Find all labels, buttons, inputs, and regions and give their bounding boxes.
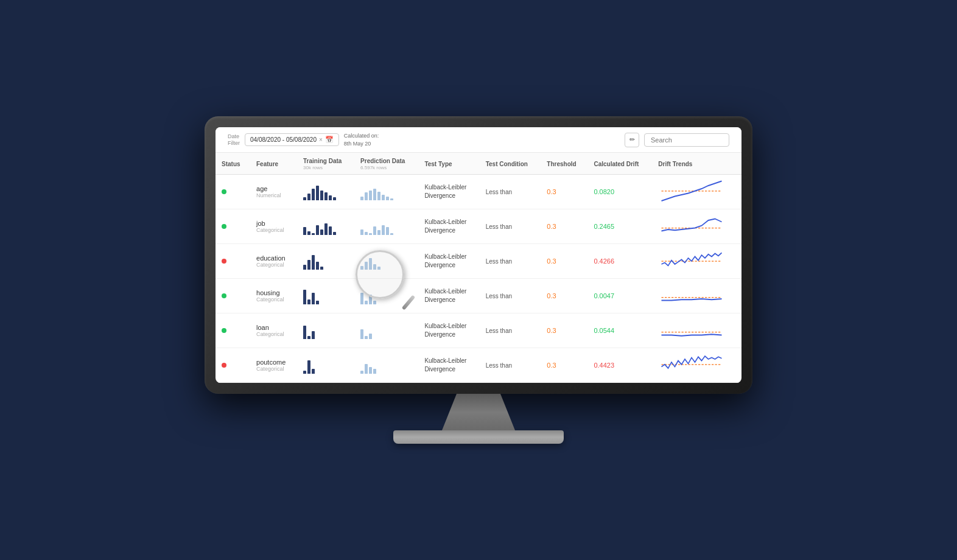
- trend-line: [662, 299, 722, 301]
- bar: [390, 233, 393, 235]
- prediction-data-chart: [354, 348, 418, 383]
- trend-line: [662, 219, 722, 231]
- bar: [312, 331, 315, 339]
- drift-trend-cell: [652, 175, 741, 209]
- date-range-text: 04/08/2020 - 05/08/2020: [250, 136, 317, 143]
- threshold-value: 0.3: [547, 327, 556, 334]
- bar: [373, 226, 376, 235]
- feature-name: education: [256, 254, 291, 262]
- drift-value: 0.4423: [594, 362, 614, 369]
- status-cell: [216, 244, 250, 279]
- sparkline: [658, 318, 725, 343]
- test-type-label: Kulback-LeiblerDivergence: [424, 357, 466, 373]
- bar: [333, 197, 336, 200]
- feature-cell: poutcomeCategorical: [250, 348, 297, 383]
- sparkline: [658, 284, 725, 308]
- threshold-cell: 0.3: [541, 209, 587, 244]
- col-training: Training Data 30k rows: [297, 153, 354, 175]
- status-cell: [216, 313, 250, 348]
- table-header: Status Feature Training Data 30k rows Pr…: [216, 153, 741, 175]
- edit-button[interactable]: ✏: [625, 133, 639, 147]
- col-threshold: Threshold: [541, 153, 587, 175]
- prediction-data-chart: [354, 244, 418, 279]
- threshold-cell: 0.3: [541, 348, 587, 383]
- table-row: educationCategoricalKulback-LeiblerDiver…: [216, 244, 741, 279]
- bar: [312, 369, 315, 374]
- bar: [307, 231, 310, 235]
- sparkline: [658, 180, 725, 204]
- feature-cell: loanCategorical: [250, 313, 297, 348]
- col-test-type: Test Type: [418, 153, 479, 175]
- bar: [360, 197, 363, 200]
- prediction-data-chart: [354, 209, 418, 244]
- bar: [369, 367, 372, 374]
- test-type-cell: Kulback-LeiblerDivergence: [418, 175, 479, 209]
- threshold-value: 0.3: [547, 362, 556, 369]
- bar: [360, 329, 363, 339]
- training-data-chart: [297, 244, 354, 279]
- threshold-value: 0.3: [547, 188, 556, 195]
- bar: [382, 225, 385, 235]
- monitor-screen: DateFilter 04/08/2020 - 05/08/2020 × 📅 C…: [216, 127, 741, 383]
- feature-type: Categorical: [256, 296, 291, 303]
- date-filter-section: DateFilter 04/08/2020 - 05/08/2020 × 📅 C…: [228, 132, 379, 147]
- calculated-on-date: 8th May 20: [344, 141, 371, 147]
- bar: [373, 264, 376, 270]
- bar: [360, 229, 363, 236]
- bar: [316, 301, 319, 304]
- test-condition-cell: Less than: [480, 279, 541, 313]
- calculated-drift-cell: 0.0820: [587, 175, 652, 209]
- trend-line: [662, 334, 722, 336]
- test-type-label: Kulback-LeiblerDivergence: [424, 288, 466, 303]
- col-drift-trends: Drift Trends: [652, 153, 741, 175]
- bar: [324, 223, 328, 235]
- date-range-input[interactable]: 04/08/2020 - 05/08/2020 × 📅: [245, 133, 339, 146]
- bar: [303, 371, 306, 374]
- bar: [369, 334, 372, 340]
- sparkline: [658, 249, 725, 273]
- drift-value: 0.0544: [594, 327, 614, 334]
- condition-text: Less than: [486, 189, 512, 195]
- col-prediction: Prediction Data 6.597k rows: [354, 153, 418, 175]
- calculated-drift-cell: 0.4423: [587, 348, 652, 383]
- condition-text: Less than: [486, 223, 512, 230]
- bar: [316, 225, 319, 235]
- bar: [329, 226, 332, 235]
- bar: [373, 369, 376, 374]
- threshold-cell: 0.3: [541, 175, 587, 209]
- bar: [303, 197, 306, 200]
- bar: [316, 186, 319, 200]
- sparkline-svg: [658, 214, 725, 239]
- table-row: poutcomeCategoricalKulback-LeiblerDiverg…: [216, 348, 741, 383]
- feature-cell: housingCategorical: [250, 279, 297, 313]
- trend-line: [662, 253, 722, 265]
- col-status: Status: [216, 153, 250, 175]
- status-dot: [222, 363, 226, 368]
- monitor-stand-neck: [442, 394, 515, 430]
- threshold-cell: 0.3: [541, 313, 587, 348]
- search-input[interactable]: [644, 133, 729, 147]
- sparkline-svg: [658, 318, 725, 343]
- bar: [365, 301, 368, 304]
- test-type-label: Kulback-LeiblerDivergence: [424, 323, 466, 338]
- drift-trend-cell: [652, 244, 741, 279]
- bar: [377, 192, 380, 200]
- condition-text: Less than: [486, 327, 512, 334]
- bar: [320, 267, 323, 270]
- col-calculated-drift: Calculated Drift: [587, 153, 652, 175]
- bar: [377, 230, 380, 235]
- calculated-drift-cell: 0.4266: [587, 244, 652, 279]
- feature-name: loan: [256, 324, 291, 331]
- calendar-icon[interactable]: 📅: [325, 136, 334, 144]
- data-table: Status Feature Training Data 30k rows Pr…: [216, 153, 741, 383]
- drift-trend-cell: [652, 313, 741, 348]
- date-clear-button[interactable]: ×: [319, 136, 323, 143]
- bar: [365, 232, 368, 235]
- table-row: jobCategoricalKulback-LeiblerDivergenceL…: [216, 209, 741, 244]
- feature-name: job: [256, 220, 291, 227]
- test-condition-cell: Less than: [480, 244, 541, 279]
- bar: [390, 198, 393, 200]
- drift-trend-cell: [652, 209, 741, 244]
- bar: [360, 371, 363, 374]
- bar: [369, 233, 372, 235]
